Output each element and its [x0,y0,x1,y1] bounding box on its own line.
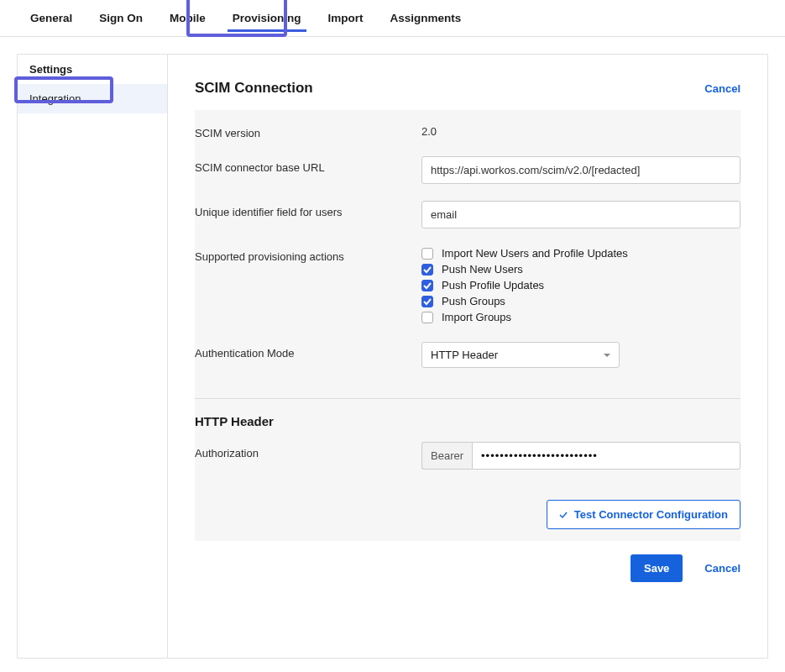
button-label: Save [644,562,669,575]
checkbox-push-groups[interactable] [421,296,433,307]
main-panel: SCIM Connection Cancel SCIM version 2.0 … [168,55,767,658]
row-uid: Unique identifier field for users [195,192,741,237]
panel-title: SCIM Connection [195,80,313,97]
button-label: Test Connector Configuration [574,508,728,521]
sidebar-item-label: Integration [29,92,81,105]
tab-label: Sign On [99,12,143,24]
chevron-down-icon [604,354,610,357]
sidebar: Settings Integration [18,55,168,658]
tab-label: Import [328,12,364,24]
checkbox-import-groups[interactable] [421,312,433,323]
tab-provisioning[interactable]: Provisioning [219,0,315,36]
tab-label: Provisioning [233,12,301,24]
action-push-profile-updates: Push Profile Updates [421,277,741,293]
label-scim-version: SCIM version [195,122,421,139]
tab-assignments[interactable]: Assignments [377,0,475,36]
tab-import[interactable]: Import [315,0,377,36]
label-auth-mode: Authentication Mode [195,342,421,360]
action-import-groups: Import Groups [421,309,741,325]
select-auth-mode[interactable]: HTTP Header [421,342,620,368]
tab-general[interactable]: General [17,0,86,36]
check-icon [559,511,568,519]
tab-label: General [30,12,72,24]
row-auth-mode: Authentication Mode HTTP Header [195,333,741,383]
cancel-link[interactable]: Cancel [704,82,741,95]
checkbox-label: Push Profile Updates [442,279,544,291]
tab-sign-on[interactable]: Sign On [86,0,156,36]
http-header-title: HTTP Header [195,399,741,433]
form-section: SCIM version 2.0 SCIM connector base URL… [195,110,741,541]
checkbox-label: Import Groups [442,311,511,323]
top-tabs: General Sign On Mobile Provisioning Impo… [0,0,785,37]
input-base-url[interactable] [421,156,741,184]
auth-input-group: Bearer [421,442,741,470]
checkbox-label: Push New Users [442,263,523,276]
label-authorization: Authorization [195,442,421,459]
sidebar-item-settings[interactable]: Settings [18,55,167,84]
value-scim-version: 2.0 [421,122,741,138]
sidebar-item-integration[interactable]: Integration [18,84,167,113]
label-uid: Unique identifier field for users [195,201,421,218]
save-button[interactable]: Save [631,554,683,582]
input-uid[interactable] [421,201,741,228]
row-authorization: Authorization Bearer [195,433,741,478]
label-actions: Supported provisioning actions [195,245,421,263]
input-bearer-token[interactable] [481,449,731,462]
checkbox-label: Import New Users and Profile Updates [442,247,628,260]
cancel-button[interactable]: Cancel [704,562,741,575]
sidebar-item-label: Settings [29,63,72,76]
action-push-new-users: Push New Users [421,261,741,277]
content-panel: Settings Integration SCIM Connection Can… [17,54,768,659]
row-base-url: SCIM connector base URL [195,148,741,192]
test-row: Test Connector Configuration [195,478,741,541]
row-scim-version: SCIM version 2.0 [195,110,741,148]
test-connector-button[interactable]: Test Connector Configuration [547,500,741,529]
tab-mobile[interactable]: Mobile [156,0,219,36]
label-base-url: SCIM connector base URL [195,156,421,174]
tab-label: Mobile [170,12,206,24]
footer-actions: Save Cancel [168,541,767,582]
checkbox-push-profile-updates[interactable] [421,280,433,291]
select-value: HTTP Header [431,349,498,361]
action-import-new-users: Import New Users and Profile Updates [421,245,741,261]
auth-prefix: Bearer [421,442,472,470]
panel-header: SCIM Connection Cancel [168,55,767,110]
row-actions: Supported provisioning actions Import Ne… [195,237,741,333]
tab-label: Assignments [390,12,462,24]
checkbox-push-new-users[interactable] [421,264,433,276]
action-push-groups: Push Groups [421,293,741,309]
checkbox-label: Push Groups [442,295,505,307]
checkbox-import-new-users[interactable] [421,248,433,260]
